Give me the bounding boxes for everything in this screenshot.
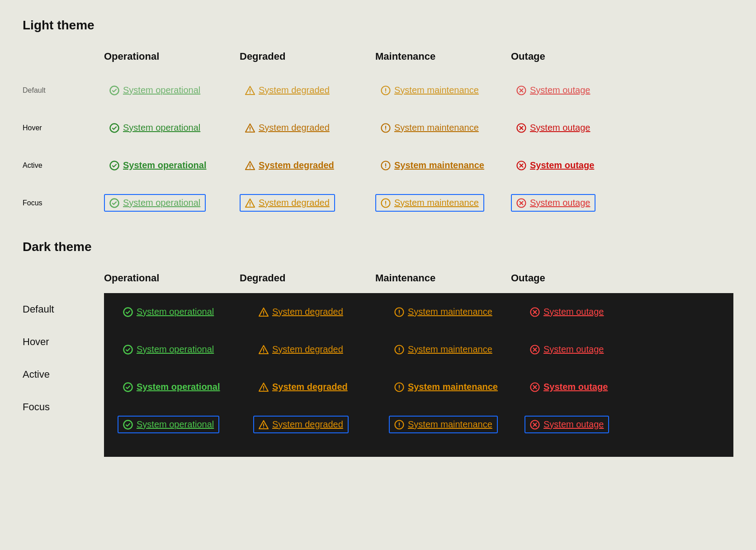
- dark-default-operational-link[interactable]: System operational: [118, 303, 219, 321]
- dark-hover-outage-link[interactable]: System outage: [524, 341, 609, 358]
- dark-col-header-maintenance: Maintenance: [375, 268, 511, 293]
- light-default-maintenance-cell: System maintenance: [375, 71, 511, 109]
- light-focus-maintenance-link[interactable]: System maintenance: [375, 194, 484, 212]
- dark-hover-maintenance-link[interactable]: System maintenance: [389, 341, 498, 358]
- light-focus-degraded-cell: System degraded: [240, 184, 375, 222]
- dark-active-operational-link[interactable]: System operational: [118, 378, 226, 396]
- light-hover-maintenance-cell: System maintenance: [375, 109, 511, 147]
- svg-point-32: [385, 204, 386, 205]
- dark-active-maintenance-cell: System maintenance: [389, 368, 524, 406]
- light-focus-operational-link[interactable]: System operational: [104, 194, 206, 212]
- col-header-degraded: Degraded: [240, 46, 375, 71]
- light-hover-degraded-link[interactable]: System degraded: [240, 119, 335, 137]
- dark-hover-operational-link[interactable]: System operational: [118, 341, 219, 358]
- light-active-degraded-cell: System degraded: [240, 147, 375, 184]
- dark-label-focus: Focus: [23, 391, 104, 423]
- light-focus-outage-cell: System outage: [511, 184, 647, 222]
- dark-focus-maintenance-cell: System maintenance: [389, 406, 524, 443]
- header-empty: [23, 46, 104, 71]
- svg-point-5: [385, 91, 386, 92]
- dark-active-maintenance-link[interactable]: System maintenance: [389, 378, 503, 396]
- dark-default-maintenance-cell: System maintenance: [389, 293, 524, 331]
- svg-point-41: [399, 313, 400, 314]
- svg-point-38: [263, 314, 264, 315]
- dark-default-degraded-cell: System degraded: [253, 293, 389, 331]
- dark-active-degraded-cell: System degraded: [253, 368, 389, 406]
- light-theme-section: Light theme Operational Degraded Mainten…: [23, 18, 733, 222]
- light-hover-operational-cell: System operational: [104, 109, 240, 147]
- light-row-label-hover: Hover: [23, 109, 104, 147]
- dark-focus-operational-link[interactable]: System operational: [118, 416, 219, 433]
- dark-hover-degraded-link[interactable]: System degraded: [253, 341, 349, 358]
- light-hover-operational-link[interactable]: System operational: [104, 119, 206, 137]
- dark-default-operational-cell: System operational: [118, 293, 253, 331]
- svg-point-29: [250, 205, 250, 206]
- light-hover-degraded-cell: System degraded: [240, 109, 375, 147]
- svg-point-65: [263, 427, 264, 427]
- dark-default-outage-cell: System outage: [524, 293, 660, 331]
- dark-label-active: Active: [23, 358, 104, 391]
- svg-point-56: [263, 389, 264, 390]
- light-active-outage-link[interactable]: System outage: [511, 156, 600, 174]
- dark-theme-section: Dark theme Operational Degraded Maintena…: [23, 240, 733, 457]
- svg-point-2: [250, 92, 250, 93]
- light-hover-outage-cell: System outage: [511, 109, 647, 147]
- light-theme-title: Light theme: [23, 18, 733, 33]
- dark-focus-outage-link[interactable]: System outage: [524, 416, 609, 433]
- dark-hover-maintenance-cell: System maintenance: [389, 331, 524, 368]
- col-header-maintenance: Maintenance: [375, 46, 511, 71]
- dark-hover-operational-cell: System operational: [118, 331, 253, 368]
- dark-active-outage-link[interactable]: System outage: [524, 378, 613, 396]
- light-focus-maintenance-cell: System maintenance: [375, 184, 511, 222]
- svg-point-20: [250, 167, 250, 168]
- light-row-label-active: Active: [23, 147, 104, 184]
- svg-point-50: [399, 351, 400, 351]
- light-active-operational-cell: System operational: [104, 147, 240, 184]
- dark-hover-outage-cell: System outage: [524, 331, 660, 368]
- col-header-outage: Outage: [511, 46, 647, 71]
- dark-col-header-operational: Operational: [104, 268, 240, 293]
- svg-point-11: [250, 130, 250, 131]
- dark-default-maintenance-link[interactable]: System maintenance: [389, 303, 498, 321]
- svg-point-68: [399, 426, 400, 427]
- light-active-degraded-link[interactable]: System degraded: [240, 156, 340, 174]
- light-default-degraded-link[interactable]: System degraded: [240, 81, 335, 99]
- dark-theme-title: Dark theme: [23, 240, 733, 254]
- light-active-maintenance-cell: System maintenance: [375, 147, 511, 184]
- light-row-label-focus: Focus: [23, 184, 104, 222]
- svg-point-59: [399, 388, 400, 389]
- svg-point-14: [385, 129, 386, 130]
- light-default-outage-cell: System outage: [511, 71, 647, 109]
- light-default-outage-link[interactable]: System outage: [511, 81, 595, 99]
- light-focus-operational-cell: System operational: [104, 184, 240, 222]
- light-row-label-default: Default: [23, 71, 104, 109]
- col-header-operational: Operational: [104, 46, 240, 71]
- dark-focus-outage-cell: System outage: [524, 406, 660, 443]
- light-theme-grid: Operational Degraded Maintenance Outage …: [23, 46, 733, 222]
- light-active-operational-link[interactable]: System operational: [104, 156, 212, 174]
- dark-active-outage-cell: System outage: [524, 368, 660, 406]
- dark-labels-column: Default Hover Active Focus: [23, 293, 104, 457]
- svg-point-23: [385, 166, 386, 167]
- dark-default-degraded-link[interactable]: System degraded: [253, 303, 349, 321]
- dark-header-empty: [23, 268, 104, 293]
- dark-active-degraded-link[interactable]: System degraded: [253, 378, 353, 396]
- light-focus-outage-link[interactable]: System outage: [511, 194, 595, 212]
- dark-focus-degraded-link[interactable]: System degraded: [253, 416, 349, 433]
- light-default-degraded-cell: System degraded: [240, 71, 375, 109]
- light-hover-outage-link[interactable]: System outage: [511, 119, 595, 137]
- dark-col-header-outage: Outage: [511, 268, 647, 293]
- dark-label-default: Default: [23, 293, 104, 326]
- light-hover-maintenance-link[interactable]: System maintenance: [375, 119, 484, 137]
- dark-default-outage-link[interactable]: System outage: [524, 303, 609, 321]
- light-default-maintenance-link[interactable]: System maintenance: [375, 81, 484, 99]
- light-default-operational-cell: System operational: [104, 71, 240, 109]
- dark-focus-operational-cell: System operational: [118, 406, 253, 443]
- dark-focus-maintenance-link[interactable]: System maintenance: [389, 416, 498, 433]
- light-active-maintenance-link[interactable]: System maintenance: [375, 156, 490, 174]
- light-default-operational-link[interactable]: System operational: [104, 81, 206, 99]
- light-focus-degraded-link[interactable]: System degraded: [240, 194, 335, 212]
- dark-hover-degraded-cell: System degraded: [253, 331, 389, 368]
- dark-label-hover: Hover: [23, 326, 104, 358]
- svg-point-47: [263, 351, 264, 352]
